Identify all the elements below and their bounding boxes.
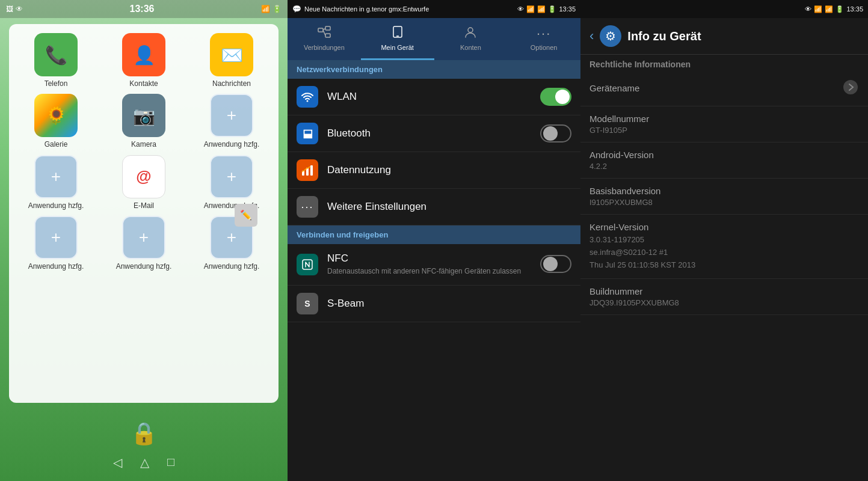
- app-add-4[interactable]: + Anwendung hzfg.: [15, 216, 97, 271]
- weitere-item[interactable]: ··· Weitere Einstellungen: [288, 189, 580, 225]
- wlan-icon: [297, 86, 318, 108]
- add-label-4: Anwendung hzfg.: [28, 262, 84, 271]
- right-status-bar: 👁 📶 📶 🔋 13:35: [580, 0, 868, 18]
- left-time: 13:36: [130, 4, 155, 14]
- app-kamera[interactable]: 📷 Kamera: [103, 94, 185, 149]
- nfc-text: NFC Datenaustausch mit anderen NFC-fähig…: [327, 253, 531, 277]
- datennutzung-label: Datennutzung: [327, 164, 571, 176]
- geraetename-text: Gerätename: [589, 83, 842, 95]
- back-nav-icon[interactable]: ◁: [113, 455, 122, 470]
- settings-list: Netzwerkverbindungen WLAN ⬓ Bluetooth: [288, 60, 580, 481]
- tab-konten[interactable]: Konten: [434, 18, 508, 60]
- geraetename-item[interactable]: Gerätename: [580, 72, 868, 106]
- datennutzung-item[interactable]: Datennutzung: [288, 152, 580, 189]
- section-netzwerk-label: Netzwerkverbindungen: [297, 65, 383, 74]
- svg-point-7: [468, 28, 473, 32]
- kontakte-icon: 👤: [122, 33, 165, 76]
- modellnummer-label: Modellnummer: [589, 114, 859, 124]
- kamera-icon: 📷: [122, 94, 165, 137]
- mid-battery-icon: 🔋: [548, 5, 556, 13]
- mid-status-bar: 💬 Neue Nachrichten in g.tenor gmx:Entwur…: [288, 0, 580, 18]
- tab-optionen[interactable]: ··· Optionen: [507, 18, 580, 60]
- konten-icon: [464, 25, 477, 41]
- left-status-bar: 🖼 👁 13:36 📶 🔋: [0, 0, 288, 18]
- nfc-toggle-thumb: [543, 257, 558, 271]
- baseband-value: I9105PXXUBMG8: [589, 198, 859, 207]
- right-eye-icon: 👁: [805, 5, 811, 13]
- battery-icon: 🔋: [272, 5, 282, 13]
- baseband-text: Basisbandversion I9105PXXUBMG8: [589, 186, 859, 207]
- middle-panel: 💬 Neue Nachrichten in g.tenor gmx:Entwur…: [288, 0, 580, 481]
- galerie-label: Galerie: [45, 140, 68, 149]
- edit-button[interactable]: ✏️: [235, 204, 257, 227]
- add-icon-3: +: [210, 155, 253, 198]
- wlan-item[interactable]: WLAN: [288, 79, 580, 115]
- svg-rect-2: [325, 34, 330, 37]
- tab-verbindungen[interactable]: Verbindungen: [288, 18, 361, 60]
- add-label-5: Anwendung hzfg.: [116, 262, 172, 271]
- gear-icon: ⚙: [600, 25, 621, 47]
- home-nav-icon[interactable]: △: [140, 455, 149, 470]
- telefon-icon: 📞: [34, 33, 78, 76]
- mid-wifi-icon: 📶: [526, 5, 535, 13]
- app-email[interactable]: @ E-Mail: [103, 155, 185, 210]
- notification-icon: 💬: [292, 5, 301, 13]
- sbeam-item[interactable]: S S-Beam: [288, 286, 580, 322]
- right-signal-icon: 📶: [825, 5, 833, 13]
- app-add-1[interactable]: + Anwendung hzfg.: [191, 94, 272, 149]
- bluetooth-item[interactable]: ⬓ Bluetooth: [288, 115, 580, 152]
- app-add-2[interactable]: + Anwendung hzfg.: [15, 155, 97, 210]
- right-time: 13:35: [846, 5, 863, 13]
- modellnummer-item: Modellnummer GT-I9105P: [580, 106, 868, 142]
- recent-nav-icon[interactable]: □: [167, 455, 174, 469]
- right-content: Rechtliche Informationen Gerätename Mode…: [580, 55, 868, 481]
- svg-rect-11: [310, 165, 313, 176]
- section-rechtlich: Rechtliche Informationen: [580, 55, 868, 72]
- app-add-6[interactable]: + Anwendung hzfg.: [191, 216, 272, 271]
- verbindungen-icon: [318, 25, 331, 41]
- svg-point-13: [843, 80, 858, 94]
- nfc-icon: [297, 254, 318, 275]
- mid-status-icons: 👁 📶 📶 🔋 13:35: [517, 5, 576, 13]
- app-add-3[interactable]: + Anwendung hzfg.: [191, 155, 272, 210]
- kontakte-label: Kontakte: [129, 79, 158, 88]
- left-signal-icons: 📶 🔋: [261, 5, 282, 13]
- app-kontakte[interactable]: 👤 Kontakte: [103, 33, 185, 88]
- app-add-5[interactable]: + Anwendung hzfg.: [103, 216, 185, 271]
- lock-icon: 🔒: [131, 421, 158, 446]
- app-grid: 📞 Telefon 👤 Kontakte ✉️ Nachrichten 🌻 Ga…: [15, 33, 272, 271]
- weitere-icon: ···: [297, 196, 318, 218]
- tab-meingeraet-label: Mein Gerät: [381, 44, 413, 51]
- back-button[interactable]: ‹: [589, 28, 594, 44]
- nfc-toggle[interactable]: [540, 255, 571, 273]
- right-panel: 👁 📶 📶 🔋 13:35 ‹ ⚙ Info zu Gerät Rechtlic…: [580, 0, 868, 481]
- app-galerie[interactable]: 🌻 Galerie: [15, 94, 97, 149]
- add-label-2: Anwendung hzfg.: [28, 201, 84, 210]
- kernel-value: 3.0.31-1197205se.infra@S0210-12 #1Thu Ju…: [589, 234, 859, 271]
- nfc-item[interactable]: NFC Datenaustausch mit anderen NFC-fähig…: [288, 244, 580, 286]
- sbeam-icon: S: [297, 293, 318, 314]
- tab-meingeraet[interactable]: Mein Gerät: [361, 18, 434, 60]
- section-verbinden: Verbinden und freigeben: [288, 225, 580, 244]
- baseband-label: Basisbandversion: [589, 186, 859, 196]
- nachrichten-label: Nachrichten: [212, 79, 251, 88]
- app-telefon[interactable]: 📞 Telefon: [15, 33, 97, 88]
- notification-text: Neue Nachrichten in g.tenor gmx:Entwurfe: [304, 5, 514, 13]
- bluetooth-toggle-thumb: [543, 126, 558, 141]
- android-text: Android-Version 4.2.2: [589, 150, 859, 171]
- add-label-6: Anwendung hzfg.: [204, 262, 260, 271]
- wlan-toggle[interactable]: [540, 88, 571, 106]
- nachrichten-icon: ✉️: [210, 33, 253, 76]
- nfc-title: NFC: [327, 253, 531, 265]
- bluetooth-toggle[interactable]: [540, 124, 571, 142]
- geraetename-arrow: [842, 79, 859, 99]
- app-nachrichten[interactable]: ✉️ Nachrichten: [191, 33, 272, 88]
- datennutzung-icon: [297, 159, 318, 181]
- add-icon-1: +: [210, 94, 253, 137]
- right-battery-icon: 🔋: [836, 5, 844, 13]
- meingeraet-icon: [391, 25, 404, 41]
- email-icon: @: [122, 155, 165, 198]
- tab-konten-label: Konten: [460, 44, 481, 51]
- section-verbinden-label: Verbinden und freigeben: [297, 230, 388, 239]
- bluetooth-label: Bluetooth: [327, 127, 531, 139]
